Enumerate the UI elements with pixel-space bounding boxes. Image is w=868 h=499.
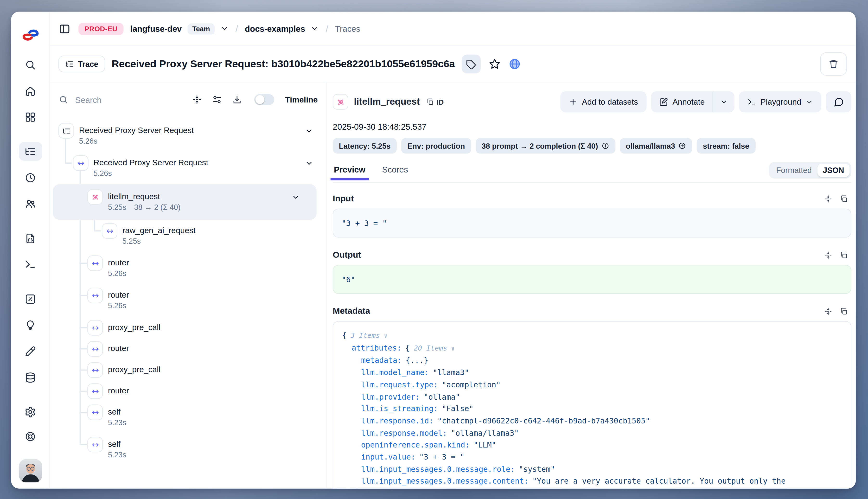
sidebar-item-dashboard[interactable] [19, 107, 42, 126]
span-icon [87, 341, 103, 357]
tree-item-label: proxy_pre_call [108, 320, 160, 333]
input-collapse-icon[interactable] [824, 194, 832, 203]
tree-item-metrics: 5.25s38 → 2 (Σ 40) [108, 203, 181, 211]
sidebar-item-insights[interactable] [19, 315, 42, 334]
collapse-all-icon[interactable] [192, 95, 202, 105]
sidebar-item-prompts[interactable] [19, 229, 42, 248]
tab-scores[interactable]: Scores [381, 164, 409, 179]
insights-icon [25, 319, 36, 331]
observation-badge: Latency: 5.25s [333, 138, 397, 154]
public-globe-icon[interactable] [508, 58, 521, 70]
tree-item-label: Received Proxy Server Request [94, 155, 208, 168]
trace-icon [59, 123, 74, 138]
tree-item[interactable]: raw_gen_ai_request5.25s [50, 220, 327, 252]
sidebar-item-sessions[interactable] [19, 168, 42, 187]
tree-item-metrics: 5.25s [122, 237, 196, 245]
sidebar-item-annotation[interactable] [19, 342, 42, 361]
project-name[interactable]: docs-examples [245, 24, 305, 33]
comments-button[interactable] [826, 91, 851, 112]
org-switcher-chevron-icon[interactable] [221, 25, 229, 33]
tree-item[interactable]: proxy_pre_call [50, 317, 327, 338]
bookmark-star-button[interactable] [488, 58, 501, 70]
info-icon[interactable] [601, 142, 609, 150]
output-copy-icon[interactable] [840, 251, 848, 259]
observation-name: litellm_request [354, 96, 420, 107]
timeline-toggle[interactable] [255, 94, 274, 105]
sidebar-item-support[interactable] [19, 427, 42, 446]
format-option-formatted[interactable]: Formatted [771, 163, 817, 177]
sidebar-toggle-icon[interactable] [59, 23, 71, 35]
environment-badge: PROD-EU [78, 23, 123, 35]
tree-item-label: litellm_request [108, 189, 181, 202]
tab-preview[interactable]: Preview [333, 164, 366, 179]
tree-item[interactable]: router [50, 380, 327, 401]
metadata-section-header: Metadata [333, 306, 852, 316]
list-tree-icon [65, 59, 74, 68]
delete-trace-button[interactable] [820, 52, 847, 75]
observation-header: litellm_request ID Add to datasets Annot… [333, 91, 852, 112]
observation-badge: Env: production [401, 138, 471, 154]
output-label: Output [333, 250, 361, 260]
tree-item[interactable]: self5.23s [50, 434, 327, 466]
tree-item[interactable]: router [50, 338, 327, 359]
observation-badges: Latency: 5.25sEnv: production38 prompt →… [333, 138, 852, 154]
span-icon [87, 404, 103, 420]
project-switcher-chevron-icon[interactable] [311, 25, 319, 33]
sidebar-item-evaluation[interactable] [19, 290, 42, 308]
metadata-collapse-icon[interactable] [824, 307, 832, 315]
tree-item[interactable]: Received Proxy Server Request5.26s [50, 120, 327, 152]
sidebar-item-search[interactable] [19, 55, 42, 74]
tree-settings-icon[interactable] [212, 95, 222, 105]
plus-circle-icon[interactable] [678, 142, 686, 150]
output-collapse-icon[interactable] [824, 251, 832, 259]
sidebar-item-settings[interactable] [19, 402, 42, 421]
observation-badge: stream: false [697, 138, 755, 154]
add-to-datasets-button[interactable]: Add to datasets [560, 91, 646, 112]
chevron-down-icon[interactable] [305, 159, 313, 170]
sidebar-item-datasets[interactable] [19, 368, 42, 387]
span-icon [87, 256, 103, 271]
org-logo[interactable] [22, 28, 38, 42]
sidebar-item-tracing[interactable] [19, 142, 42, 161]
user-avatar[interactable] [19, 459, 42, 483]
input-section-header: Input [333, 194, 852, 204]
metadata-copy-icon[interactable] [840, 307, 848, 315]
json-line: llm.is_streaming:"False" [333, 403, 843, 415]
input-copy-icon[interactable] [840, 194, 848, 203]
annotate-dropdown-chevron[interactable] [712, 91, 734, 112]
playground-button[interactable]: Playground [739, 91, 821, 112]
format-option-json[interactable]: JSON [817, 163, 849, 177]
tree-item[interactable]: litellm_request5.25s38 → 2 (Σ 40) [53, 184, 317, 220]
trace-title: Received Proxy Server Request: b3010b422… [112, 58, 455, 70]
sidebar-item-home[interactable] [19, 81, 42, 100]
tree-item[interactable]: router5.26s [50, 284, 327, 317]
tree-item[interactable]: self5.23s [50, 401, 327, 434]
annotate-split-button: Annotate [651, 91, 734, 112]
download-icon[interactable] [232, 95, 242, 105]
tree-search-input[interactable] [74, 94, 182, 105]
sidebar-item-playground[interactable] [19, 255, 42, 274]
span-icon [87, 437, 103, 453]
sidebar-item-users[interactable] [19, 194, 42, 213]
users-icon [25, 198, 36, 209]
tag-button[interactable] [462, 54, 481, 74]
observation-timestamp: 2025-09-30 18:48:25.537 [333, 122, 852, 131]
span-icon [87, 288, 103, 303]
tree-item[interactable]: Received Proxy Server Request5.26s [50, 152, 327, 184]
org-name[interactable]: langfuse-dev [130, 24, 182, 33]
json-line: llm.provider:"ollama" [333, 391, 843, 403]
tree-item-metrics: 5.26s [79, 137, 194, 145]
app-window: PROD-EU langfuse-dev Team / docs-example… [11, 12, 856, 489]
chevron-down-icon[interactable] [305, 127, 313, 137]
tree-item-label: raw_gen_ai_request [122, 223, 196, 236]
trace-type-chip[interactable]: Trace [59, 56, 105, 72]
breadcrumb-section[interactable]: Traces [335, 24, 360, 33]
tree-item[interactable]: router5.26s [50, 252, 327, 284]
tree-item-label: proxy_pre_call [108, 362, 160, 375]
json-line: attributes:{20 Items∨ [333, 342, 843, 355]
copy-id-button[interactable]: ID [426, 98, 444, 106]
annotate-button[interactable]: Annotate [651, 91, 712, 112]
tree-item[interactable]: proxy_pre_call [50, 359, 327, 380]
chevron-down-icon[interactable] [292, 193, 300, 204]
json-line: input.value:"3 + 3 = " [333, 451, 843, 463]
